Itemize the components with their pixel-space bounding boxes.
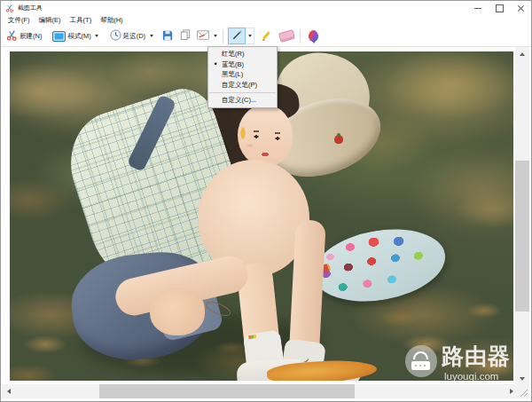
save-icon xyxy=(162,30,173,43)
resize-grip[interactable] xyxy=(515,384,529,398)
email-icon xyxy=(197,30,209,42)
copy-button[interactable] xyxy=(178,28,192,44)
new-snip-button[interactable]: 新建(N) xyxy=(4,28,43,44)
menu-bar: 文件(F) 编辑(E) 工具(T) 帮助(H) xyxy=(1,15,531,26)
eraser-icon xyxy=(278,29,295,43)
photo-girl-hand xyxy=(150,288,205,335)
red-pen-label: 红笔(R) xyxy=(222,50,244,58)
menu-item-customize[interactable]: 自定义(C)... xyxy=(208,95,277,106)
pen-dropdown-caret[interactable] xyxy=(246,28,254,44)
menu-help[interactable]: 帮助(H) xyxy=(100,15,122,26)
menu-item-red-pen[interactable]: 红笔(R) xyxy=(208,49,277,59)
menu-item-custom-pen[interactable]: 自定义笔(P) xyxy=(208,80,277,91)
vertical-scroll-thumb[interactable] xyxy=(515,161,529,311)
maximize-button[interactable] xyxy=(489,1,510,15)
app-scissors-icon xyxy=(5,0,14,16)
titlebar: 截图工具 xyxy=(1,1,531,15)
vertical-scrollbar[interactable] xyxy=(515,47,529,385)
customize-label: 自定义(C)... xyxy=(222,96,256,104)
region-icon xyxy=(52,31,66,42)
pen-icon xyxy=(231,29,243,43)
menu-separator xyxy=(209,92,276,93)
toolbar-separator-2 xyxy=(300,29,301,43)
highlighter-button[interactable] xyxy=(259,28,274,44)
black-pen-label: 黑笔(L) xyxy=(222,70,243,78)
save-button[interactable] xyxy=(160,28,175,44)
mode-label: 模式(M) xyxy=(67,32,90,41)
new-snip-label: 新建(N) xyxy=(20,32,42,41)
close-button[interactable] xyxy=(510,1,531,15)
pen-color-menu: 红笔(R) • 蓝笔(B) 黑笔(L) 自定义笔(P) 自定义(C)... xyxy=(207,46,278,108)
touch-writing-button[interactable] xyxy=(307,28,320,44)
mode-dropdown-caret[interactable] xyxy=(93,28,101,44)
custom-pen-label: 自定义笔(P) xyxy=(222,81,257,89)
window-title: 截图工具 xyxy=(18,4,43,12)
horizontal-scroll-thumb[interactable] xyxy=(99,384,355,398)
mode-button[interactable]: 模式(M) xyxy=(51,28,92,44)
scroll-up-arrow[interactable] xyxy=(515,47,529,60)
eraser-button[interactable] xyxy=(278,28,296,44)
window-controls xyxy=(467,1,531,15)
menu-item-blue-pen[interactable]: • 蓝笔(B) xyxy=(208,59,277,70)
menu-edit[interactable]: 编辑(E) xyxy=(39,15,61,26)
pen-button[interactable] xyxy=(228,28,246,44)
balloon-icon xyxy=(309,30,318,42)
highlighter-icon xyxy=(261,29,272,43)
photo-girl-face xyxy=(238,105,293,167)
pen-tool-group xyxy=(228,28,254,44)
clock-icon xyxy=(110,29,121,43)
toolbar: 新建(N) 模式(M) 延迟(D) xyxy=(1,26,531,47)
scissors-icon xyxy=(6,29,18,43)
blue-pen-selected-marker: • xyxy=(211,59,220,69)
minimize-button[interactable] xyxy=(467,1,489,15)
scroll-down-arrow[interactable] xyxy=(515,372,529,385)
snipping-tool-window: 截图工具 文件(F) 编辑(E) 工具(T) 帮助(H) 新建(N) xyxy=(0,0,532,402)
menu-tools[interactable]: 工具(T) xyxy=(70,15,92,26)
email-dropdown-caret[interactable] xyxy=(211,28,219,44)
toolbar-separator xyxy=(223,29,223,43)
delay-button[interactable]: 延迟(D) xyxy=(108,28,147,44)
blue-pen-label: 蓝笔(B) xyxy=(222,60,244,68)
horizontal-scrollbar[interactable] xyxy=(2,384,518,398)
scroll-left-arrow[interactable] xyxy=(2,384,15,398)
photo-hat-strawberry xyxy=(334,135,343,144)
delay-dropdown-caret[interactable] xyxy=(147,28,155,44)
menu-item-black-pen[interactable]: 黑笔(L) xyxy=(208,69,277,80)
email-button[interactable] xyxy=(195,28,211,44)
menu-file[interactable]: 文件(F) xyxy=(8,15,30,26)
copy-icon xyxy=(180,29,191,43)
delay-label: 延迟(D) xyxy=(123,32,145,41)
